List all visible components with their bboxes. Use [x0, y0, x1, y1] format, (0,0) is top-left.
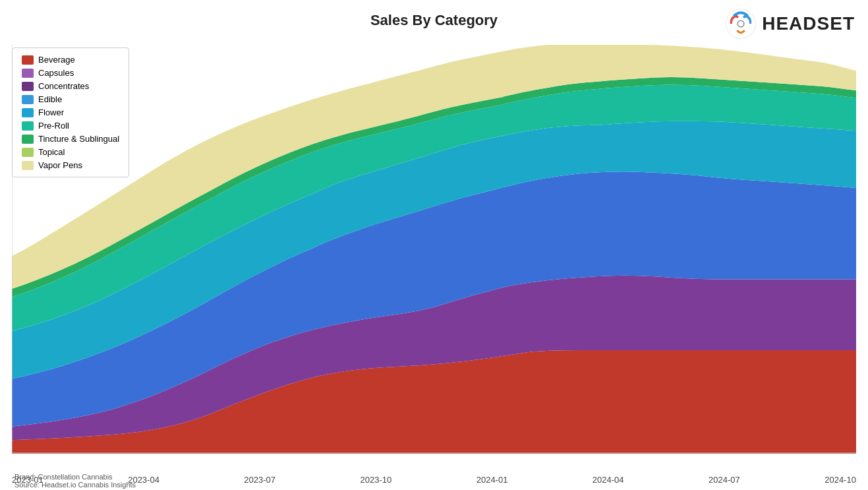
logo-text: HEADSET — [762, 13, 855, 34]
stacked-area-chart — [12, 45, 856, 454]
x-axis-label: 2024-04 — [593, 475, 624, 485]
footer-source: Source: Headset.io Cannabis Insights — [14, 481, 136, 489]
legend-color-swatch — [22, 95, 34, 104]
legend-item: Edible — [22, 94, 119, 104]
legend-label: Capsules — [38, 68, 74, 78]
x-axis-labels: 2023-012023-042023-072023-102024-012024-… — [12, 475, 856, 485]
x-axis-label: 2023-07 — [244, 475, 275, 485]
x-axis-label: 2023-10 — [361, 475, 392, 485]
legend-item: Beverage — [22, 55, 119, 65]
legend-item: Capsules — [22, 68, 119, 78]
legend-color-swatch — [22, 135, 34, 144]
legend-item: Flower — [22, 107, 119, 117]
x-axis-label: 2024-10 — [825, 475, 856, 485]
legend-label: Edible — [38, 94, 62, 104]
logo: HEADSET — [725, 8, 855, 40]
legend-item: Pre-Roll — [22, 121, 119, 131]
legend-color-swatch — [22, 148, 34, 157]
footer-brand: Brand: Constellation Cannabis — [14, 473, 136, 481]
legend-item: Concentrates — [22, 81, 119, 91]
legend-label: Vapor Pens — [38, 160, 82, 170]
legend-label: Topical — [38, 147, 65, 157]
legend-color-swatch — [22, 108, 34, 117]
legend-label: Concentrates — [38, 81, 89, 91]
legend-color-swatch — [22, 121, 34, 131]
legend-color-swatch — [22, 82, 34, 91]
legend-color-swatch — [22, 69, 34, 78]
legend-label: Beverage — [38, 55, 75, 65]
legend-color-swatch — [22, 55, 34, 65]
legend-color-swatch — [22, 161, 34, 170]
legend-item: Vapor Pens — [22, 160, 119, 170]
x-axis-label: 2024-07 — [709, 475, 740, 485]
chart-area — [12, 45, 856, 454]
footer-info: Brand: Constellation Cannabis Source: He… — [14, 473, 136, 489]
chart-container: Sales By Category HEADSET BeverageCapsul… — [0, 0, 868, 490]
legend-item: Tincture & Sublingual — [22, 134, 119, 144]
legend-item: Topical — [22, 147, 119, 157]
legend-label: Tincture & Sublingual — [38, 134, 119, 144]
x-axis-label: 2024-01 — [477, 475, 508, 485]
headset-logo-icon — [725, 8, 757, 40]
legend-label: Pre-Roll — [38, 121, 69, 131]
legend-label: Flower — [38, 107, 64, 117]
legend: BeverageCapsulesConcentratesEdibleFlower… — [12, 47, 129, 177]
svg-point-1 — [738, 20, 744, 27]
